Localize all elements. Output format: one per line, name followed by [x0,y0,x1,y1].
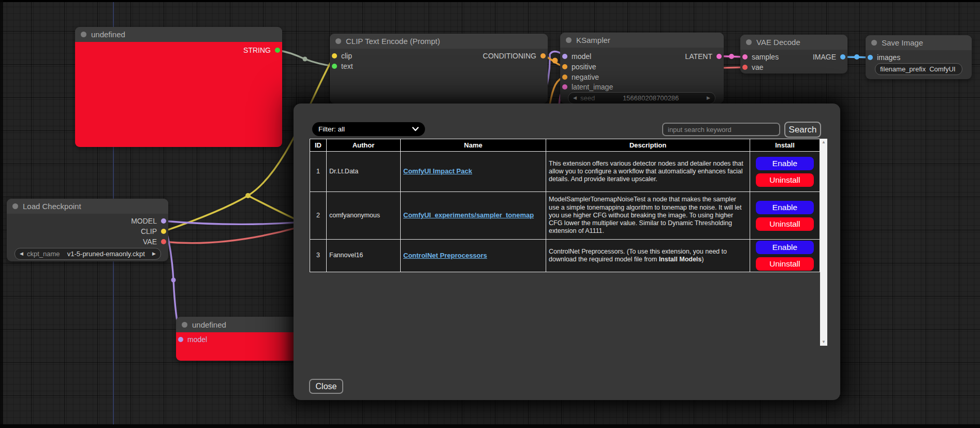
enable-button[interactable]: Enable [756,201,814,214]
filename-prefix-widget[interactable]: filename_prefix ComfyUI [875,63,962,75]
input-dot-positive[interactable] [562,64,567,69]
node-vae-decode-body: samples vae IMAGE [740,50,847,73]
uninstall-button[interactable]: Uninstall [756,173,814,187]
reroute-dot-model[interactable] [171,278,176,283]
output-dot-image[interactable] [840,54,845,60]
node-undefined-bottom-body: model [176,332,305,361]
extension-list-scroll-area: IDAuthorNameDescriptionInstall 1Dr.Lt.Da… [310,139,827,346]
reroute-dot-string[interactable] [303,57,308,62]
node-title: Save Image [882,38,923,47]
node-load-checkpoint-header[interactable]: Load Checkpoint [7,199,168,214]
widget-value: ComfyUI [929,65,958,73]
reroute-dot-conditioning[interactable] [552,58,558,64]
input-label: latent_image [572,83,613,91]
decrement-arrow-icon[interactable]: ◀ [20,252,23,256]
input-dot-latent-image[interactable] [562,84,567,90]
node-undefined-bottom[interactable]: undefined model [176,317,305,361]
node-save-image-body: images filename_prefix ComfyUI [866,50,972,79]
seed-widget[interactable]: ◀ seed 156680208700286 ▶ [568,92,715,104]
output-dot-latent[interactable] [716,54,722,59]
table-row: 1Dr.Lt.DataComfyUI Impact PackThis exten… [310,152,820,192]
cell-name: ComfyUI Impact Pack [401,152,546,192]
input-label: images [877,53,900,62]
input-dot-images[interactable] [868,55,873,60]
node-undefined-top-header[interactable]: undefined [75,27,282,42]
output-dot-clip[interactable] [161,229,166,234]
output-dot-model[interactable] [161,218,166,224]
cell-name: ControlNet Preprocessors [401,240,546,272]
node-clip-text-encode[interactable]: CLIP Text Encode (Prompt) clip text COND… [330,34,548,104]
node-undefined-bottom-header[interactable]: undefined [176,317,305,332]
node-vae-decode-header[interactable]: VAE Decode [740,35,847,50]
input-dot-model[interactable] [562,54,567,59]
input-label: vae [752,63,764,71]
extension-link[interactable]: ControlNet Preprocessors [403,252,487,259]
extensions-table: IDAuthorNameDescriptionInstall 1Dr.Lt.Da… [310,139,820,272]
widget-value: 156680208700286 [598,94,703,102]
output-label: STRING [243,46,271,54]
extension-link[interactable]: ComfyUI Impact Pack [403,167,472,175]
enable-button[interactable]: Enable [756,157,814,170]
search-input[interactable] [662,123,780,136]
node-undefined-top[interactable]: undefined STRING [75,27,282,147]
node-title: Load Checkpoint [23,202,81,211]
output-label: MODEL [131,217,157,225]
output-dot-string[interactable] [275,48,280,53]
increment-arrow-icon[interactable]: ▶ [707,96,710,100]
table-header-row: IDAuthorNameDescriptionInstall [310,139,820,152]
table-scrollbar[interactable]: ▲ ▼ [820,139,827,346]
extension-link[interactable]: ComfyUI_experiments/sampler_tonemap [403,211,534,219]
input-dot-vae[interactable] [742,65,748,70]
node-title: VAE Decode [756,38,800,47]
reroute-dot-latent[interactable] [729,54,734,59]
uninstall-button[interactable]: Uninstall [756,217,814,231]
ckpt-name-widget[interactable]: ◀ ckpt_name v1-5-pruned-emaonly.ckpt ▶ [14,248,161,260]
input-dot-negative[interactable] [562,75,567,80]
node-ksampler-body: model positive negative latent_image LAT… [560,48,724,104]
node-ksampler-header[interactable]: KSampler [560,33,724,48]
scrollbar-down-arrow-icon[interactable]: ▼ [820,338,827,346]
node-load-checkpoint[interactable]: Load Checkpoint MODEL CLIP VAE ◀ ckpt_na… [7,199,168,261]
node-clip-text-encode-header[interactable]: CLIP Text Encode (Prompt) [330,34,548,49]
window-edge-top [0,0,980,2]
input-dot-samples[interactable] [742,54,748,60]
cell-id: 1 [310,152,327,192]
node-title: undefined [91,30,125,39]
node-title: undefined [192,320,226,329]
filter-select[interactable]: Filter: all [312,122,425,136]
window-edge-bottom [0,424,980,428]
decrement-arrow-icon[interactable]: ◀ [573,96,577,100]
node-ksampler[interactable]: KSampler model positive negative latent_… [560,33,724,104]
widget-label: seed [580,94,595,102]
cell-description: ModelSamplerTonemapNoiseTest a node that… [546,192,750,240]
chevron-down-icon [412,127,419,131]
column-header: Name [401,139,546,152]
node-save-image-header[interactable]: Save Image [866,35,972,50]
input-dot-text[interactable] [332,64,337,69]
output-dot-conditioning[interactable] [540,53,546,58]
node-vae-decode[interactable]: VAE Decode samples vae IMAGE [740,35,847,73]
search-button[interactable]: Search [784,122,821,138]
cell-name: ComfyUI_experiments/sampler_tonemap [401,192,546,240]
close-button[interactable]: Close [309,379,343,394]
scrollbar-up-arrow-icon[interactable]: ▲ [820,139,827,146]
input-dot-clip[interactable] [332,53,337,58]
uninstall-button[interactable]: Uninstall [756,257,814,271]
extensions-table-body: 1Dr.Lt.DataComfyUI Impact PackThis exten… [310,152,820,272]
output-label: CLIP [141,227,157,235]
node-status-dot [12,203,18,209]
input-dot-model[interactable] [178,337,183,342]
increment-arrow-icon[interactable]: ▶ [152,252,156,256]
widget-label: filename_prefix [880,65,926,73]
cell-description: This extension offers various detector n… [546,152,750,192]
column-header: ID [310,139,327,152]
reroute-dot-image[interactable] [854,54,859,60]
enable-button[interactable]: Enable [756,241,814,254]
window-edge-left [0,0,3,428]
node-save-image[interactable]: Save Image images filename_prefix ComfyU… [866,35,972,79]
output-dot-vae[interactable] [161,239,166,244]
column-header: Install [750,139,820,152]
table-row: 3Fannovel16ControlNet PreprocessorsContr… [310,240,820,272]
cell-id: 2 [310,192,327,240]
output-label: VAE [143,238,157,246]
